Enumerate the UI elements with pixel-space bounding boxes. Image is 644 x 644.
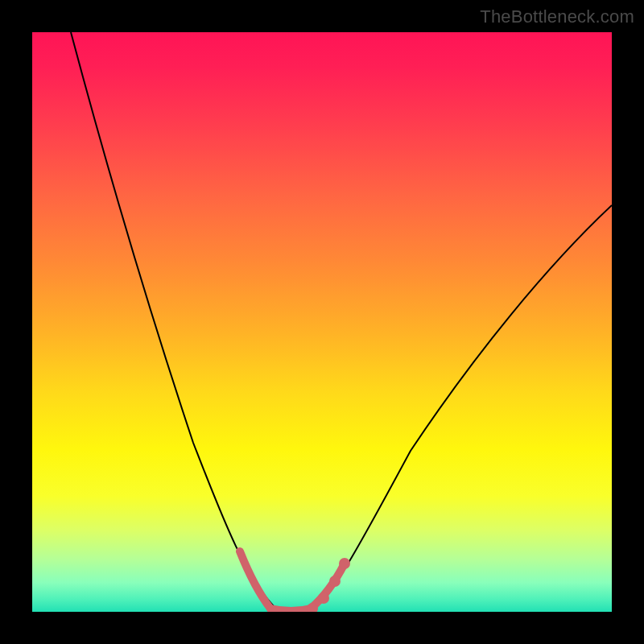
highlight-left: [240, 551, 270, 609]
plot-area: [32, 32, 612, 612]
chart-frame: TheBottleneck.com: [0, 0, 644, 644]
highlight-dot-4: [339, 558, 350, 569]
highlight-dot-3: [329, 576, 341, 587]
bottleneck-curve: [71, 32, 612, 612]
highlight-bottom: [270, 609, 311, 611]
curve-layer: [32, 32, 612, 612]
watermark-text: TheBottleneck.com: [480, 6, 634, 27]
highlight-dot-2: [318, 592, 329, 604]
